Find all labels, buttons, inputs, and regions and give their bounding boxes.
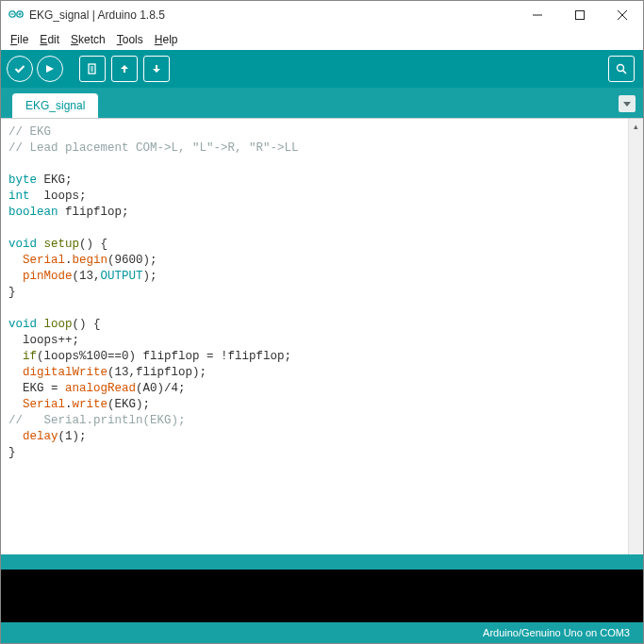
titlebar: EKG_signal | Arduino 1.8.5 [1,1,643,29]
menu-edit[interactable]: Edit [36,31,63,48]
verify-button[interactable] [7,56,33,82]
svg-line-17 [623,71,627,74]
serial-monitor-button[interactable] [608,56,635,82]
new-button[interactable] [79,56,106,82]
arduino-ide-window: EKG_signal | Arduino 1.8.5 File Edit Ske… [0,0,644,644]
code-builtin: Serial [23,398,65,411]
footer-bar: Arduino/Genuino Uno on COM3 [1,622,643,643]
tab-bar: EKG_signal [1,88,643,118]
tab-menu-button[interactable] [619,95,636,112]
code-text: loops++; [8,334,79,347]
code-text: (1); [58,430,87,443]
code-function: digitalWrite [23,366,107,379]
upload-button[interactable] [37,56,63,82]
svg-marker-9 [46,65,54,73]
svg-point-16 [618,65,624,72]
menu-sketch[interactable]: Sketch [67,31,109,48]
code-text: EKG = [8,382,65,395]
code-text: () { [79,238,107,251]
board-info: Arduino/Genuino Uno on COM3 [483,627,630,638]
svg-marker-15 [153,65,160,73]
code-function: analogRead [65,382,136,395]
code-text: (loops%100==0) flipflop = !flipflop; [37,350,291,363]
code-keyword: byte [8,173,37,187]
code-keyword: int [8,190,30,203]
code-function: delay [23,430,58,443]
toolbar [1,50,643,88]
code-text: (13,flipflop); [107,366,206,379]
open-button[interactable] [111,56,138,82]
tab-ekg-signal[interactable]: EKG_signal [12,93,98,118]
scroll-up-icon[interactable]: ▴ [629,119,643,134]
code-text: loops; [30,190,87,203]
code-comment: // EKG [8,125,51,139]
code-function: pinMode [23,270,73,283]
menu-tools[interactable]: Tools [113,31,147,48]
code-method: write [73,398,108,411]
window-controls [516,1,643,29]
code-text: EKG; [37,173,73,187]
code-text: } [8,446,16,459]
editor-area: // EKG // Lead placement COM->L, "L"->R,… [1,118,643,554]
minimize-button[interactable] [516,1,558,29]
code-keyword: boolean [8,206,58,219]
close-button[interactable] [601,1,643,29]
menu-file[interactable]: File [7,31,32,48]
svg-rect-6 [575,11,584,20]
save-button[interactable] [143,56,170,82]
code-method: begin [73,254,108,267]
status-bar [1,554,643,570]
code-text: flipflop; [58,206,129,219]
code-text: (9600); [107,254,157,267]
menubar: File Edit Sketch Tools Help [1,29,643,50]
menu-help[interactable]: Help [151,31,182,48]
code-text: () { [73,318,101,331]
code-constant: OUTPUT [101,270,143,283]
code-function: loop [44,318,73,331]
svg-marker-18 [623,102,631,107]
code-editor[interactable]: // EKG // Lead placement COM->L, "L"->R,… [1,119,628,554]
code-keyword: void [8,238,37,251]
code-comment: // Lead placement COM->L, "L"->R, "R"->L… [8,141,299,155]
code-builtin: Serial [23,254,65,267]
window-title: EKG_signal | Arduino 1.8.5 [29,8,516,22]
maximize-button[interactable] [558,1,601,29]
code-keyword: if [23,350,37,363]
code-text: ); [143,270,157,283]
code-text: (13, [73,270,101,283]
code-comment: // Serial.println(EKG); [8,414,186,427]
code-text: } [8,286,16,299]
code-text: (A0)/4; [136,382,186,395]
console-output[interactable] [1,570,643,622]
code-keyword: void [8,318,37,331]
svg-marker-14 [121,65,128,73]
arduino-logo-icon [8,8,24,23]
code-text: (EKG); [107,398,150,411]
vertical-scrollbar[interactable]: ▴ [628,119,643,554]
code-function: setup [44,238,80,251]
